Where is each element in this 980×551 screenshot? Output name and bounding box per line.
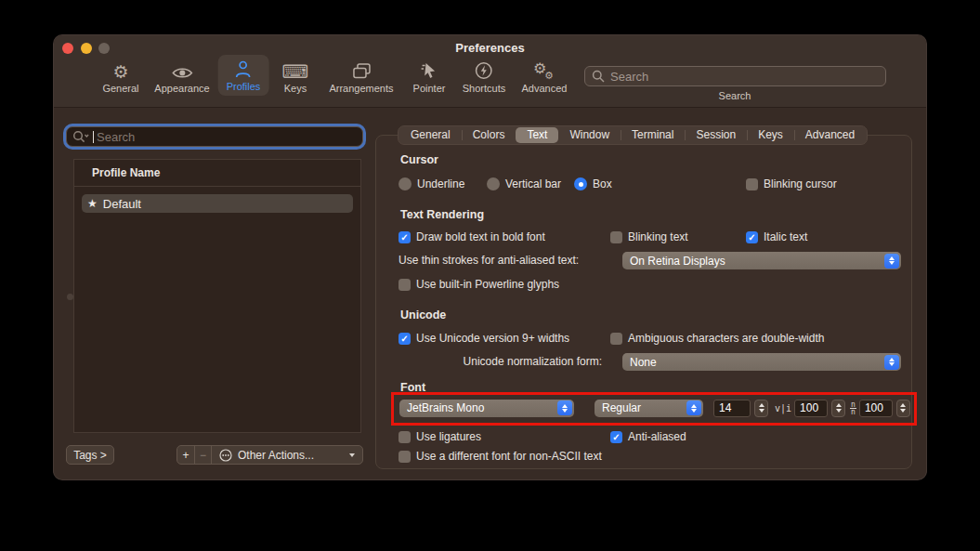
ligatures-label: Use ligatures <box>416 430 481 443</box>
toolbar-search-field[interactable] <box>584 66 886 86</box>
checkbox-blinking-text[interactable]: Blinking text <box>610 229 688 245</box>
toolbar-search-input[interactable] <box>610 70 879 84</box>
tab-general[interactable]: General <box>399 127 462 143</box>
toolbar-item-label: General <box>102 83 138 94</box>
toolbar-item-label: Profiles <box>227 81 261 92</box>
checkbox-antialiased[interactable]: Anti-aliased <box>610 428 686 445</box>
radio-underline[interactable]: Underline <box>399 176 464 192</box>
radio-icon[interactable] <box>399 177 412 190</box>
gear-icon: ⚙ <box>112 59 128 81</box>
toolbar-item-advanced[interactable]: ⚙⚙ Advanced <box>522 59 568 94</box>
radio-vertical-bar-label: Vertical bar <box>505 177 561 190</box>
radio-box[interactable]: Box <box>574 176 612 192</box>
profile-search-input[interactable] <box>97 130 357 144</box>
radio-icon-selected[interactable] <box>574 177 587 190</box>
vertical-spacing-field[interactable] <box>859 400 893 417</box>
checkbox-non-ascii-font[interactable]: Use a different font for non-ASCII text <box>399 448 602 465</box>
checkbox-icon[interactable] <box>746 178 758 190</box>
toolbar-item-keys[interactable]: ⌨ Keys <box>282 59 309 94</box>
person-icon <box>233 57 254 79</box>
powerline-label: Use built-in Powerline glyphs <box>416 278 559 291</box>
bolt-icon <box>474 59 494 81</box>
profile-row-default[interactable]: ★ Default <box>82 194 353 213</box>
checkbox-ambiguous-width[interactable]: Ambiguous characters are double-width <box>610 330 824 347</box>
toolbar-item-arrangements[interactable]: Arrangements <box>329 59 393 94</box>
tab-text[interactable]: Text <box>516 127 558 143</box>
tab-advanced[interactable]: Advanced <box>794 127 866 143</box>
normalization-dropdown[interactable]: None <box>622 353 901 371</box>
profile-search-field[interactable] <box>66 126 363 147</box>
tab-colors[interactable]: Colors <box>462 127 516 143</box>
font-size-field[interactable] <box>713 400 751 417</box>
popup-stepper-icon <box>884 254 899 269</box>
other-actions-button[interactable]: Other Actions... <box>211 446 362 464</box>
checkbox-unicode-v9[interactable]: Use Unicode version 9+ widths <box>399 330 569 347</box>
keyboard-icon: ⌨ <box>282 59 309 81</box>
horizontal-spacing-icon: v|i <box>775 403 791 413</box>
preferences-window: Preferences ⚙ General Appearance Profile… <box>53 34 927 480</box>
popup-stepper-icon <box>884 355 899 370</box>
checkbox-icon-checked[interactable] <box>399 231 411 243</box>
tags-button[interactable]: Tags > <box>66 445 114 465</box>
checkbox-italic-text[interactable]: Italic text <box>746 229 807 245</box>
tab-window[interactable]: Window <box>558 127 621 143</box>
unicode-heading: Unicode <box>400 308 446 321</box>
profile-tab-bar: General Colors Text Window Terminal Sess… <box>398 125 868 145</box>
font-family-dropdown[interactable]: JetBrains Mono <box>399 400 574 417</box>
cursor-icon <box>420 59 438 81</box>
text-caret <box>93 131 94 143</box>
checkbox-icon[interactable] <box>610 231 622 243</box>
toolbar-item-pointer[interactable]: Pointer <box>413 59 446 94</box>
tab-terminal[interactable]: Terminal <box>621 127 685 143</box>
normalization-label: Unicode normalization form: <box>464 353 602 370</box>
horizontal-spacing-field[interactable] <box>794 400 828 417</box>
star-icon: ★ <box>87 198 98 209</box>
other-actions-label: Other Actions... <box>238 449 344 462</box>
radio-box-label: Box <box>593 177 612 190</box>
radio-icon[interactable] <box>487 177 500 190</box>
tab-keys[interactable]: Keys <box>747 127 794 143</box>
checkbox-icon[interactable] <box>399 279 411 291</box>
checkbox-powerline[interactable]: Use built-in Powerline glyphs <box>399 276 559 293</box>
blinking-cursor-label: Blinking cursor <box>764 177 837 190</box>
toolbar-item-shortcuts[interactable]: Shortcuts <box>463 59 505 94</box>
radio-vertical-bar[interactable]: Vertical bar <box>487 176 561 192</box>
thin-strokes-value: On Retina Displays <box>630 255 881 268</box>
popup-stepper-icon <box>557 400 572 415</box>
checkbox-ligatures[interactable]: Use ligatures <box>399 428 481 445</box>
toolbar-item-appearance[interactable]: Appearance <box>154 59 209 94</box>
profile-actions-group: + − Other Actions... <box>176 445 363 465</box>
tags-button-label: Tags > <box>73 449 107 462</box>
gears-icon: ⚙⚙ <box>533 59 555 81</box>
profile-list: Profile Name ★ Default <box>73 159 361 433</box>
font-size-stepper[interactable] <box>754 400 768 417</box>
circle-ellipsis-icon <box>219 449 232 462</box>
radio-underline-label: Underline <box>417 177 464 190</box>
tab-session[interactable]: Session <box>685 127 747 143</box>
checkbox-icon-checked[interactable] <box>610 431 622 443</box>
horizontal-spacing-stepper[interactable] <box>831 400 845 417</box>
checkbox-icon-checked[interactable] <box>746 231 758 243</box>
checkbox-blinking-cursor[interactable]: Blinking cursor <box>746 176 837 192</box>
thin-strokes-dropdown[interactable]: On Retina Displays <box>622 252 901 269</box>
windows-icon <box>350 59 372 81</box>
toolbar: Preferences ⚙ General Appearance Profile… <box>54 35 926 108</box>
checkbox-icon-checked[interactable] <box>399 333 411 345</box>
checkbox-icon[interactable] <box>399 451 411 463</box>
vertical-spacing-stepper[interactable] <box>896 400 910 417</box>
chevron-down-icon <box>349 453 355 457</box>
checkbox-icon[interactable] <box>399 431 411 443</box>
add-profile-button[interactable]: + <box>177 446 194 464</box>
font-controls-row: JetBrains Mono Regular v|i n n <box>399 400 910 416</box>
toolbar-item-profiles[interactable]: Profiles <box>218 55 269 96</box>
font-heading: Font <box>400 381 425 394</box>
checkbox-draw-bold[interactable]: Draw bold text in bold font <box>399 229 545 245</box>
checkbox-icon[interactable] <box>610 333 622 345</box>
remove-profile-button[interactable]: − <box>194 446 211 464</box>
profile-list-header: Profile Name <box>74 160 360 187</box>
thin-strokes-label: Use thin strokes for anti-aliased text: <box>399 252 579 269</box>
plus-icon: + <box>182 449 189 462</box>
toolbar-item-general[interactable]: ⚙ General <box>102 59 138 94</box>
minus-icon: − <box>200 449 206 462</box>
font-style-dropdown[interactable]: Regular <box>595 400 703 417</box>
